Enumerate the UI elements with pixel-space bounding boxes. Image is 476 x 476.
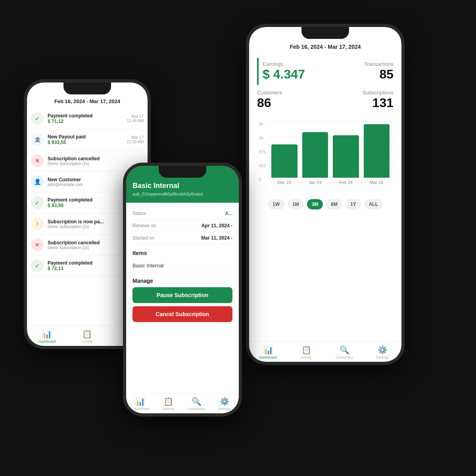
bar-label: Jan 24 — [309, 180, 322, 185]
check-icon: ✓ — [31, 112, 44, 125]
activity-icon: 📋 — [301, 345, 311, 355]
nav-settings[interactable]: ⚙️ Settings — [211, 397, 239, 411]
time-filters: 1W 1M 3M 6M 1Y ALL — [257, 193, 393, 216]
status-label: Status — [132, 211, 146, 216]
settings-icon: ⚙️ — [378, 345, 388, 355]
dashboard-icon: 📊 — [135, 397, 145, 406]
pause-subscription-button[interactable]: Pause Subscription — [132, 287, 232, 303]
cancel-subscription-button[interactable]: Cancel Subscription — [132, 306, 232, 322]
started-label: Started on — [132, 235, 154, 241]
bar-value — [333, 135, 359, 178]
bar-value — [364, 124, 390, 178]
nav-label: Dashboard — [131, 407, 149, 411]
filter-1m[interactable]: 1M — [288, 199, 304, 209]
dashboard-icon: 📊 — [263, 345, 273, 355]
bar-mar24: Mar 24 — [364, 124, 390, 185]
activity-title: Payment completed — [48, 113, 123, 119]
check-icon: ✓ — [31, 196, 44, 209]
renews-row: Renews on Apr 11, 2024 - — [132, 220, 232, 232]
y-label-1k: 1k — [259, 135, 266, 140]
customer-icon: 👤 — [31, 175, 44, 188]
filter-6m[interactable]: 6M — [326, 199, 342, 209]
activity-sub: Demo Subscription (2x) — [48, 161, 144, 166]
earnings-block: Earnings $ 4.347 — [257, 58, 324, 85]
customers-icon: 🔍 — [340, 345, 349, 355]
nav-label: Settings — [376, 355, 389, 359]
dashboard-icon: 📊 — [42, 329, 52, 339]
nav-dashboard[interactable]: 📊 Dashboard — [249, 345, 287, 359]
nav-label: Activity — [82, 340, 93, 344]
nav-dashboard[interactable]: 📊 Dashboard — [27, 329, 67, 344]
activity-date: Mar 17 11:46 AM — [127, 114, 144, 123]
bar-chart: 2k 1k 875 437 0 — [257, 121, 393, 193]
settings-icon: ⚙️ — [220, 397, 230, 406]
subscription-title: Basic Internal — [132, 182, 232, 190]
cancel-icon: ✕ — [31, 154, 44, 167]
warning-icon: ! — [31, 217, 44, 230]
nav-customers[interactable]: 🔍 Customers — [182, 397, 211, 411]
chart-area: 2k 1k 875 437 0 — [249, 117, 401, 342]
filter-1y[interactable]: 1Y — [345, 199, 361, 209]
nav-label: Activity — [301, 355, 312, 359]
stats-grid: Earnings $ 4.347 Transactions 85 Custome… — [249, 54, 401, 117]
nav-label: Settings — [218, 407, 231, 411]
nav-settings[interactable]: ⚙️ Settings — [363, 345, 401, 359]
customers-icon: 🔍 — [192, 397, 202, 406]
activity-amount: $ 71,12 — [48, 119, 123, 124]
activity-icon: 📋 — [163, 397, 173, 406]
activity-content: Payment completed $ 71,12 — [48, 113, 123, 124]
nav-activity[interactable]: 📋 Activity — [154, 397, 182, 411]
activity-title: New Payout paid — [48, 134, 123, 140]
nav-activity[interactable]: 📋 Activity — [287, 345, 325, 359]
items-section-title: Items — [132, 250, 232, 256]
nav-label: Customers — [336, 355, 353, 359]
subscription-id: sub_01hrppnmsfk0p86nsbh3y0ndzd — [132, 192, 232, 196]
y-label-875: 875 — [259, 150, 266, 154]
bar-feb24: Feb 24 — [333, 124, 359, 185]
started-row: Started on Mar 11, 2024 - — [132, 232, 232, 244]
nav-label: Customers — [188, 407, 205, 411]
activity-content: New Payout paid $ 933,55 — [48, 134, 123, 145]
activity-content: Subscription cancelled Demo Subscription… — [48, 156, 144, 166]
transactions-block: Transactions 85 — [326, 58, 393, 85]
phone-subscription: Basic Internal sub_01hrppnmsfk0p86nsbh3y… — [123, 163, 242, 416]
nav-label: Dashboard — [38, 340, 56, 344]
status-row: Status A... — [132, 207, 232, 220]
nav-customers[interactable]: 🔍 Customers — [325, 345, 363, 359]
bar-jan24: Jan 24 — [302, 124, 328, 185]
list-item: ✓ Payment completed $ 71,12 Mar 17 11:46… — [31, 108, 144, 129]
nav-dashboard[interactable]: 📊 Dashboard — [126, 397, 154, 411]
filter-all[interactable]: ALL — [364, 199, 383, 209]
subscriptions-value: 131 — [326, 96, 393, 110]
earnings-label: Earnings — [263, 61, 324, 67]
bar-label: Dec 23 — [277, 180, 291, 185]
bar-dec23: Dec 23 — [271, 124, 298, 185]
list-item: 🏦 New Payout paid $ 933,55 Mar 17 11:29 … — [31, 129, 144, 150]
renews-label: Renews on — [132, 223, 156, 228]
activity-title: Subscription cancelled — [48, 156, 144, 161]
earnings-value: $ 4.347 — [263, 67, 324, 82]
manage-section-title: Manage — [132, 278, 232, 284]
notch-3 — [301, 27, 349, 39]
bar-value — [271, 144, 298, 178]
notch-1 — [63, 83, 111, 94]
notch-2 — [159, 166, 206, 178]
transactions-value: 85 — [326, 67, 393, 82]
transactions-label: Transactions — [326, 61, 393, 67]
status-value: A... — [225, 211, 232, 216]
phone-dashboard: Feb 16, 2024 - Mar 17, 2024 Earnings $ 4… — [246, 24, 405, 365]
activity-icon: 📋 — [82, 329, 92, 339]
bottom-nav-3: 📊 Dashboard 📋 Activity 🔍 Customers ⚙️ Se… — [249, 342, 401, 362]
customers-label: Customers — [257, 90, 324, 96]
y-label-2k: 2k — [259, 121, 266, 126]
payout-icon: 🏦 — [31, 133, 44, 146]
bar-value — [302, 132, 328, 178]
nav-activity[interactable]: 📋 Activity — [67, 329, 107, 344]
subscription-body: Status A... Renews on Apr 11, 2024 - Sta… — [126, 203, 239, 393]
subscriptions-label: Subscriptions — [326, 90, 393, 96]
activity-date: Mar 17 11:29 AM — [127, 135, 144, 144]
filter-3m[interactable]: 3M — [307, 199, 323, 209]
filter-1w[interactable]: 1W — [268, 199, 284, 209]
customers-block: Customers 86 — [257, 86, 324, 113]
renews-value: Apr 11, 2024 - — [202, 223, 232, 228]
